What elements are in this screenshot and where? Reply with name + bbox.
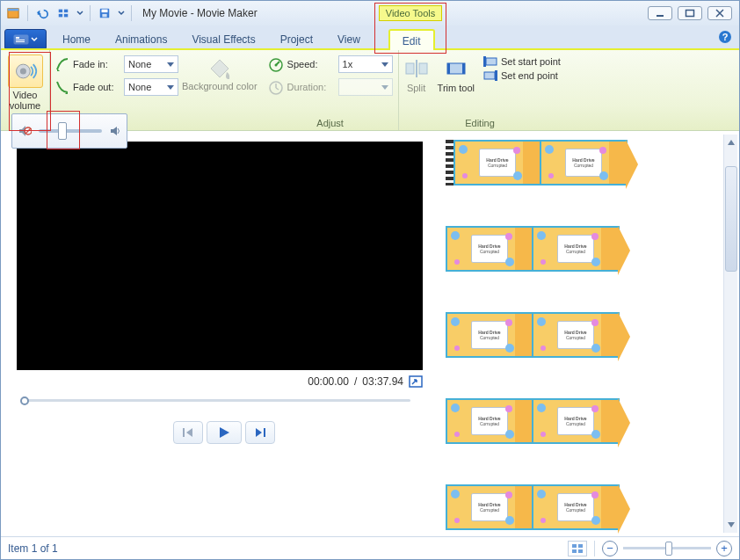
close-button[interactable] bbox=[707, 6, 732, 20]
video-clip[interactable]: Hard DriveCorrupted bbox=[446, 398, 533, 444]
svg-rect-22 bbox=[406, 63, 414, 74]
maximize-button[interactable] bbox=[678, 6, 702, 20]
save-icon[interactable] bbox=[96, 4, 113, 22]
playback-controls bbox=[17, 421, 432, 444]
video-clip[interactable]: Hard DriveCorrupted bbox=[532, 312, 620, 358]
volume-track[interactable] bbox=[39, 129, 102, 133]
tab-project[interactable]: Project bbox=[268, 29, 325, 50]
clip-thumbnail: Hard DriveCorrupted bbox=[471, 407, 508, 435]
speed-label: Speed: bbox=[287, 59, 335, 69]
editing-group-label: Editing bbox=[396, 118, 563, 128]
preview-pane: 00:00.00/03:37.94 bbox=[1, 131, 439, 536]
tab-animations[interactable]: Animations bbox=[103, 29, 179, 50]
prev-frame-button[interactable] bbox=[173, 421, 203, 444]
video-clip[interactable]: Hard DriveCorrupted bbox=[532, 484, 620, 530]
clip-thumbnail: Hard DriveCorrupted bbox=[471, 493, 508, 521]
set-start-label: Set start point bbox=[501, 56, 561, 67]
scroll-up-icon[interactable] bbox=[727, 138, 736, 147]
fade-out-value: None bbox=[128, 82, 151, 92]
seek-bar[interactable] bbox=[17, 395, 414, 405]
app-menu-icon[interactable] bbox=[4, 4, 22, 22]
ribbon-tab-row: Home Animations Visual Effects Project V… bbox=[1, 25, 739, 50]
set-end-point-button[interactable]: Set end point bbox=[483, 70, 561, 81]
clip-thumbnail: Hard DriveCorrupted bbox=[565, 149, 602, 177]
video-clip[interactable]: Hard DriveCorrupted bbox=[532, 398, 620, 444]
zoom-control: − + bbox=[602, 541, 732, 556]
duration-icon bbox=[268, 79, 284, 95]
set-end-label: Set end point bbox=[501, 70, 558, 81]
set-start-point-button[interactable]: Set start point bbox=[483, 56, 561, 67]
fade-out-combo[interactable]: None bbox=[124, 78, 178, 96]
speaker-small-icon bbox=[109, 125, 121, 137]
timecode: 00:00.00/03:37.94 bbox=[17, 375, 423, 388]
tab-home[interactable]: Home bbox=[50, 29, 103, 50]
video-clip[interactable]: Hard DriveCorrupted bbox=[446, 312, 533, 358]
video-clip[interactable]: Hard DriveCorrupted bbox=[532, 226, 620, 272]
fade-out-label: Fade out: bbox=[73, 82, 120, 92]
quick-access-toolbar bbox=[1, 1, 137, 25]
file-menu-button[interactable] bbox=[4, 29, 47, 50]
tab-edit[interactable]: Edit bbox=[388, 29, 435, 50]
play-button[interactable] bbox=[207, 421, 242, 444]
storyboard-pane: Hard DriveCorruptedHard DriveCorruptedHa… bbox=[439, 131, 739, 536]
undo-icon[interactable] bbox=[33, 4, 51, 22]
zoom-thumb[interactable] bbox=[665, 542, 672, 556]
volume-slider-popup bbox=[11, 113, 127, 149]
video-preview[interactable] bbox=[17, 142, 423, 370]
svg-rect-27 bbox=[462, 63, 465, 74]
svg-rect-30 bbox=[484, 72, 495, 79]
video-clip[interactable]: Hard DriveCorrupted bbox=[446, 484, 533, 530]
speaker-icon bbox=[13, 59, 38, 84]
mute-icon[interactable] bbox=[18, 124, 32, 138]
window-title: My Movie - Movie Maker bbox=[142, 7, 258, 19]
vertical-scrollbar[interactable] bbox=[723, 135, 737, 533]
video-clip[interactable]: Hard DriveCorrupted bbox=[446, 226, 533, 272]
video-volume-button[interactable] bbox=[8, 55, 43, 88]
svg-rect-2 bbox=[59, 10, 62, 13]
clip-row: Hard DriveCorruptedHard DriveCorrupted bbox=[446, 484, 723, 530]
redo-icon[interactable] bbox=[54, 4, 72, 22]
svg-rect-3 bbox=[59, 14, 62, 18]
duration-combo bbox=[338, 78, 393, 96]
set-end-icon bbox=[483, 70, 497, 81]
zoom-in-button[interactable]: + bbox=[716, 541, 732, 556]
svg-rect-8 bbox=[102, 14, 106, 18]
clip-thumbnail: Hard DriveCorrupted bbox=[557, 407, 594, 435]
svg-rect-12 bbox=[16, 37, 19, 39]
svg-rect-23 bbox=[419, 63, 427, 74]
zoom-track[interactable] bbox=[623, 547, 711, 549]
clip-thumbnail: Hard DriveCorrupted bbox=[557, 235, 594, 263]
svg-point-18 bbox=[19, 69, 25, 75]
ribbon-item-bgcolor: Background color bbox=[180, 50, 263, 130]
zoom-out-button[interactable]: − bbox=[602, 541, 618, 556]
video-clip[interactable]: Hard DriveCorrupted bbox=[540, 140, 628, 185]
trim-icon bbox=[444, 56, 468, 81]
video-clip[interactable]: Hard DriveCorrupted bbox=[453, 140, 541, 185]
trim-caption: Trim tool bbox=[438, 83, 475, 93]
contextual-tab-label: Video Tools bbox=[379, 5, 442, 21]
scroll-down-icon[interactable] bbox=[727, 520, 736, 529]
background-color-button[interactable]: Background color bbox=[182, 53, 258, 91]
next-frame-button[interactable] bbox=[245, 421, 275, 444]
thumbnail-view-button[interactable] bbox=[568, 541, 587, 556]
svg-rect-7 bbox=[102, 10, 108, 13]
minimize-button[interactable] bbox=[648, 6, 672, 20]
fullscreen-icon[interactable] bbox=[409, 375, 423, 388]
help-icon[interactable]: ? bbox=[718, 30, 732, 44]
qat-dropdown-icon[interactable] bbox=[76, 4, 84, 22]
split-caption: Split bbox=[407, 83, 425, 93]
svg-rect-37 bbox=[578, 544, 583, 548]
speed-value: 1x bbox=[343, 59, 353, 69]
seek-thumb[interactable] bbox=[20, 396, 29, 405]
volume-thumb[interactable] bbox=[58, 122, 67, 140]
tab-view[interactable]: View bbox=[325, 29, 373, 50]
tab-visual-effects[interactable]: Visual Effects bbox=[179, 29, 267, 50]
svg-rect-9 bbox=[657, 15, 664, 17]
bgcolor-caption: Background color bbox=[182, 81, 258, 91]
clip-row: Hard DriveCorruptedHard DriveCorrupted bbox=[446, 398, 723, 444]
qat-dropdown2-icon[interactable] bbox=[117, 4, 126, 22]
speed-combo[interactable]: 1x bbox=[338, 55, 393, 73]
scrollbar-thumb[interactable] bbox=[725, 166, 737, 272]
fade-in-combo[interactable]: None bbox=[124, 55, 178, 73]
svg-rect-35 bbox=[264, 428, 265, 437]
